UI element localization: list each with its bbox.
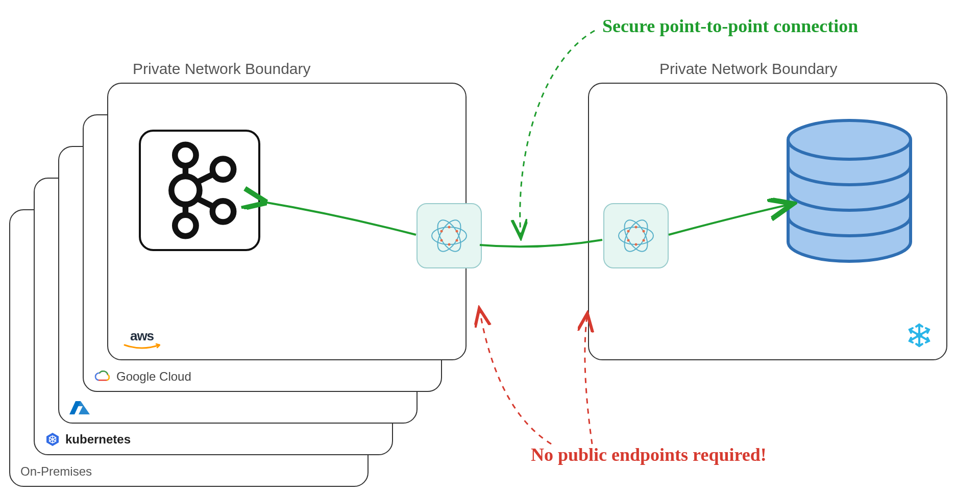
svg-line-15 — [197, 174, 213, 182]
diagram-stage: On-Premises kubernet — [0, 0, 980, 494]
ockam-portal-icon — [424, 210, 475, 261]
annotation-secure-connection: Secure point-to-point connection — [602, 15, 858, 37]
svg-point-19 — [433, 216, 465, 255]
svg-point-21 — [448, 243, 451, 246]
ockam-node-left — [416, 203, 482, 268]
card-label-on-premises: On-Premises — [20, 464, 92, 479]
snowflake-icon — [905, 322, 933, 349]
card-aws: aws — [107, 83, 467, 360]
kubernetes-icon — [45, 432, 60, 447]
on-premises-label-text: On-Premises — [20, 464, 92, 479]
card-label-kubernetes: kubernetes — [45, 432, 131, 447]
svg-point-29 — [635, 226, 638, 229]
annotation-no-public-endpoints: No public endpoints required! — [531, 444, 767, 465]
svg-point-33 — [627, 239, 630, 242]
database-icon — [778, 114, 921, 267]
svg-point-23 — [456, 239, 458, 242]
gcp-label-text: Google Cloud — [116, 369, 191, 384]
svg-point-25 — [456, 230, 458, 233]
card-label-google-cloud: Google Cloud — [94, 369, 191, 384]
svg-point-22 — [440, 230, 443, 233]
azure-icon — [69, 399, 90, 415]
svg-point-10 — [175, 215, 196, 236]
svg-point-9 — [172, 176, 200, 204]
svg-line-16 — [197, 199, 213, 207]
card-label-aws: aws — [124, 328, 160, 350]
aws-wordmark: aws — [130, 328, 154, 344]
svg-point-36 — [788, 120, 911, 159]
ockam-node-right — [603, 203, 669, 268]
svg-point-31 — [627, 230, 630, 233]
svg-point-32 — [643, 239, 645, 242]
svg-point-11 — [212, 159, 233, 180]
gcp-icon — [94, 370, 111, 383]
svg-point-34 — [643, 230, 645, 233]
svg-point-20 — [448, 226, 451, 229]
card-label-azure — [69, 399, 95, 415]
aws-icon: aws — [124, 328, 160, 350]
svg-point-24 — [440, 239, 443, 242]
svg-point-30 — [635, 243, 638, 246]
svg-point-26 — [619, 227, 653, 244]
kafka-tile — [139, 130, 260, 251]
kafka-icon — [141, 132, 258, 249]
ockam-portal-icon — [610, 210, 662, 261]
svg-point-12 — [212, 201, 233, 222]
left-boundary-title: Private Network Boundary — [133, 60, 311, 78]
svg-point-28 — [620, 216, 652, 255]
svg-point-17 — [432, 227, 467, 244]
card-right-boundary — [588, 83, 947, 360]
kubernetes-label-text: kubernetes — [65, 432, 131, 447]
right-boundary-title: Private Network Boundary — [659, 60, 838, 78]
svg-point-8 — [175, 144, 196, 165]
